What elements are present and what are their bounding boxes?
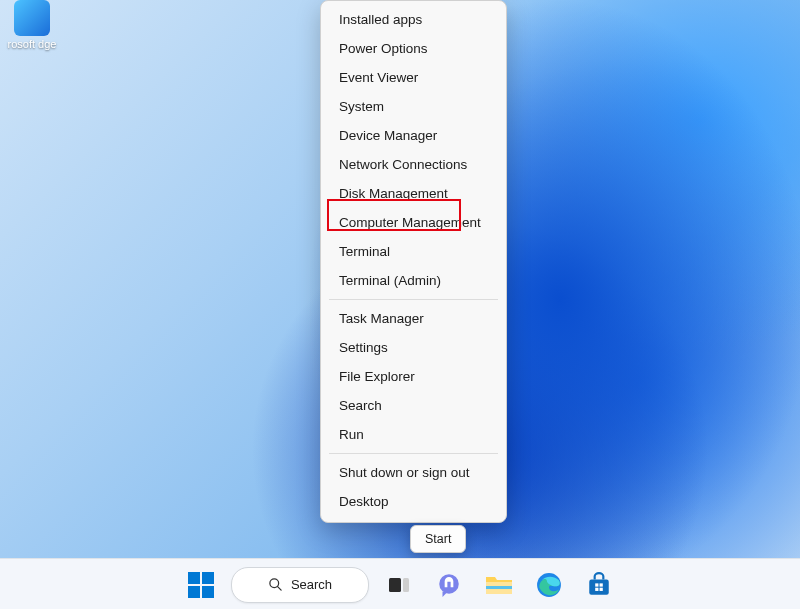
menu-separator <box>329 299 498 300</box>
menu-item-terminal-admin[interactable]: Terminal (Admin) <box>321 266 506 295</box>
windows-logo-icon <box>188 572 214 598</box>
menu-item-installed-apps[interactable]: Installed apps <box>321 5 506 34</box>
store-icon <box>586 572 612 598</box>
taskbar-chat[interactable] <box>429 565 469 605</box>
menu-item-task-manager[interactable]: Task Manager <box>321 304 506 333</box>
menu-item-disk-management[interactable]: Disk Management <box>321 179 506 208</box>
taskbar-task-view[interactable] <box>379 565 419 605</box>
task-view-icon <box>387 573 411 597</box>
menu-item-file-explorer[interactable]: File Explorer <box>321 362 506 391</box>
file-explorer-icon <box>485 573 513 597</box>
taskbar: Search <box>0 558 800 609</box>
menu-item-system[interactable]: System <box>321 92 506 121</box>
taskbar-store[interactable] <box>579 565 619 605</box>
tooltip-start: Start <box>410 525 466 553</box>
menu-item-terminal[interactable]: Terminal <box>321 237 506 266</box>
taskbar-file-explorer[interactable] <box>479 565 519 605</box>
menu-item-desktop[interactable]: Desktop <box>321 487 506 516</box>
edge-icon <box>14 0 50 36</box>
taskbar-search[interactable]: Search <box>231 567 369 603</box>
taskbar-edge[interactable] <box>529 565 569 605</box>
desktop-icon-edge[interactable]: rosoft dge <box>2 0 62 50</box>
chat-icon <box>436 572 462 598</box>
taskbar-search-label: Search <box>291 577 332 592</box>
edge-icon <box>536 572 562 598</box>
menu-item-settings[interactable]: Settings <box>321 333 506 362</box>
menu-item-run[interactable]: Run <box>321 420 506 449</box>
menu-item-device-manager[interactable]: Device Manager <box>321 121 506 150</box>
start-button[interactable] <box>181 565 221 605</box>
svg-rect-12 <box>600 587 603 590</box>
svg-rect-2 <box>389 578 401 592</box>
svg-rect-10 <box>600 583 603 586</box>
menu-item-computer-management[interactable]: Computer Management <box>321 208 506 237</box>
menu-item-shutdown-signout[interactable]: Shut down or sign out <box>321 458 506 487</box>
menu-item-power-options[interactable]: Power Options <box>321 34 506 63</box>
svg-rect-9 <box>595 583 598 586</box>
menu-separator <box>329 453 498 454</box>
svg-rect-11 <box>595 587 598 590</box>
menu-item-event-viewer[interactable]: Event Viewer <box>321 63 506 92</box>
menu-item-search[interactable]: Search <box>321 391 506 420</box>
svg-rect-6 <box>486 586 512 589</box>
search-icon <box>268 577 283 592</box>
menu-item-network-connections[interactable]: Network Connections <box>321 150 506 179</box>
svg-rect-3 <box>403 578 409 592</box>
svg-rect-8 <box>589 579 609 594</box>
desktop-icon-label: rosoft dge <box>2 38 62 50</box>
svg-line-1 <box>277 586 281 590</box>
start-context-menu: Installed apps Power Options Event Viewe… <box>320 0 507 523</box>
